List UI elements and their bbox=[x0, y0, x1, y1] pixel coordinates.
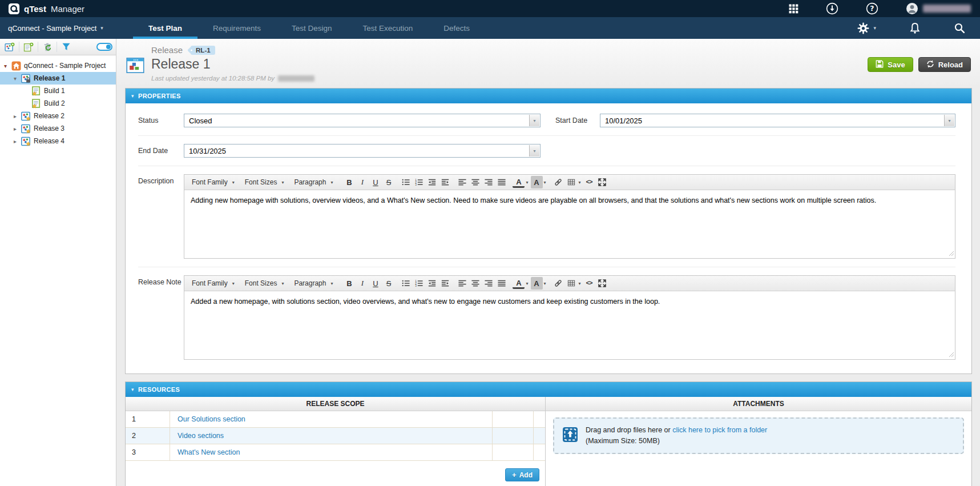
tab-test-execution[interactable]: Test Execution bbox=[348, 17, 429, 39]
chevron-down-icon[interactable]: ▾ bbox=[543, 180, 547, 185]
table-button[interactable] bbox=[566, 176, 578, 188]
outdent-button[interactable] bbox=[426, 277, 438, 290]
chevron-down-icon[interactable]: ▾ bbox=[578, 180, 582, 185]
underline-button[interactable]: U bbox=[369, 176, 381, 188]
align-center-button[interactable] bbox=[469, 176, 481, 188]
user-chip[interactable] bbox=[906, 2, 971, 15]
caret-down-icon[interactable]: ▾ bbox=[2, 63, 9, 69]
chevron-down-icon[interactable]: ▾ bbox=[525, 281, 529, 286]
scope-item-link[interactable]: What's New section bbox=[178, 448, 240, 456]
help-icon[interactable]: ? bbox=[866, 2, 878, 15]
add-button[interactable]: + Add bbox=[505, 468, 539, 481]
download-icon[interactable] bbox=[826, 2, 838, 15]
bold-button[interactable]: B bbox=[343, 176, 355, 188]
properties-section-bar[interactable]: ▾ PROPERTIES bbox=[126, 89, 971, 103]
filter-icon[interactable] bbox=[59, 40, 74, 54]
align-right-button[interactable] bbox=[482, 176, 494, 188]
user-avatar[interactable] bbox=[906, 2, 918, 15]
apps-grid-icon[interactable] bbox=[789, 4, 798, 14]
font-family-dropdown[interactable]: Font Family▾ bbox=[188, 176, 240, 188]
tree-item-release-2[interactable]: ▸Release 2 bbox=[0, 110, 116, 122]
link-button[interactable] bbox=[552, 277, 564, 290]
background-color-button[interactable]: A bbox=[531, 176, 543, 188]
font-sizes-dropdown[interactable]: Font Sizes▾ bbox=[241, 277, 289, 290]
project-selector[interactable]: qConnect - Sample Project ▾ bbox=[8, 17, 103, 39]
caret-right-icon[interactable]: ▸ bbox=[12, 126, 18, 132]
source-code-button[interactable]: <> bbox=[583, 277, 595, 290]
tab-requirements[interactable]: Requirements bbox=[197, 17, 276, 39]
chevron-down-icon[interactable]: ▾ bbox=[525, 180, 529, 185]
tree-item-build-2[interactable]: Build 2 bbox=[0, 97, 116, 110]
description-editor-content[interactable]: Adding new homepage with solutions, over… bbox=[184, 190, 955, 258]
bold-button[interactable]: B bbox=[343, 277, 355, 290]
notifications-bell-icon[interactable] bbox=[909, 22, 921, 34]
font-family-dropdown[interactable]: Font Family▾ bbox=[188, 277, 240, 290]
outdent-button[interactable] bbox=[426, 176, 438, 188]
numbered-list-button[interactable]: 123 bbox=[413, 277, 425, 290]
source-code-button[interactable]: <> bbox=[583, 176, 595, 188]
dropdown-arrow-icon[interactable]: ▾ bbox=[944, 115, 954, 126]
settings-menu[interactable]: ▾ bbox=[857, 22, 876, 34]
new-build-icon[interactable] bbox=[21, 40, 36, 54]
chevron-down-icon[interactable]: ▾ bbox=[578, 281, 582, 286]
dropdown-arrow-icon[interactable]: ▾ bbox=[529, 145, 539, 156]
text-color-button[interactable]: A bbox=[513, 178, 525, 188]
tab-test-plan[interactable]: Test Plan bbox=[133, 17, 197, 39]
strikethrough-button[interactable]: S bbox=[382, 277, 394, 290]
bullet-list-button[interactable] bbox=[400, 277, 412, 290]
bullet-list-button[interactable] bbox=[400, 176, 412, 188]
strikethrough-button[interactable]: S bbox=[382, 176, 394, 188]
end-date-field[interactable]: 10/31/2025 ▾ bbox=[184, 144, 541, 158]
caret-down-icon[interactable]: ▾ bbox=[12, 75, 18, 82]
release-note-editor-content[interactable]: Added a new homepage, with solutions sec… bbox=[184, 291, 955, 359]
collapse-caret-icon[interactable]: ▾ bbox=[131, 387, 134, 392]
fullscreen-button[interactable] bbox=[596, 176, 608, 188]
table-button[interactable] bbox=[566, 277, 578, 290]
collapse-caret-icon[interactable]: ▾ bbox=[131, 93, 134, 99]
background-color-button[interactable]: A bbox=[531, 277, 543, 290]
tree-item-qconnect-sample-project[interactable]: ▾qConnect - Sample Project bbox=[0, 59, 116, 72]
scope-item-link[interactable]: Video sections bbox=[178, 432, 224, 440]
text-color-button[interactable]: A bbox=[513, 279, 525, 289]
fullscreen-button[interactable] bbox=[596, 277, 608, 290]
tree-item-release-3[interactable]: ▸Release 3 bbox=[0, 122, 116, 135]
indent-button[interactable] bbox=[439, 277, 451, 290]
align-center-button[interactable] bbox=[469, 277, 481, 290]
paragraph-dropdown[interactable]: Paragraph▾ bbox=[290, 176, 338, 188]
save-button[interactable]: Save bbox=[868, 57, 913, 72]
align-left-button[interactable] bbox=[456, 176, 468, 188]
caret-right-icon[interactable]: ▸ bbox=[12, 138, 18, 144]
gear-icon[interactable] bbox=[857, 22, 869, 34]
reload-button[interactable]: Reload bbox=[918, 57, 971, 72]
align-left-button[interactable] bbox=[456, 277, 468, 290]
indent-button[interactable] bbox=[439, 176, 451, 188]
start-date-field[interactable]: 10/01/2025 ▾ bbox=[600, 114, 955, 127]
align-right-button[interactable] bbox=[482, 277, 494, 290]
tab-test-design[interactable]: Test Design bbox=[276, 17, 348, 39]
link-button[interactable] bbox=[552, 176, 564, 188]
attachments-dropzone[interactable]: Drag and drop files here or click here t… bbox=[553, 417, 964, 454]
numbered-list-button[interactable]: 123 bbox=[413, 176, 425, 188]
recycle-bin-icon[interactable] bbox=[40, 40, 55, 54]
pick-from-folder-link[interactable]: click here to pick from a folder bbox=[672, 426, 767, 434]
scope-item-link[interactable]: Our Solutions section bbox=[178, 415, 245, 423]
dropdown-arrow-icon[interactable]: ▾ bbox=[529, 115, 539, 126]
caret-right-icon[interactable]: ▸ bbox=[12, 113, 18, 119]
font-sizes-dropdown[interactable]: Font Sizes▾ bbox=[241, 176, 289, 188]
tree-item-release-4[interactable]: ▸Release 4 bbox=[0, 135, 116, 147]
justify-button[interactable] bbox=[495, 277, 507, 290]
status-select[interactable]: Closed ▾ bbox=[184, 114, 541, 127]
tree-item-build-1[interactable]: Build 1 bbox=[0, 85, 116, 97]
new-release-icon[interactable] bbox=[2, 40, 17, 54]
underline-button[interactable]: U bbox=[369, 277, 381, 290]
tree-item-release-1[interactable]: ▾Release 1 bbox=[0, 72, 116, 85]
chevron-down-icon[interactable]: ▾ bbox=[543, 281, 547, 286]
justify-button[interactable] bbox=[495, 176, 507, 188]
view-toggle[interactable] bbox=[96, 43, 112, 51]
search-icon[interactable] bbox=[954, 22, 965, 34]
tab-defects[interactable]: Defects bbox=[428, 17, 485, 39]
resources-section-bar[interactable]: ▾ RESOURCES bbox=[126, 382, 971, 397]
italic-button[interactable]: I bbox=[356, 277, 368, 290]
italic-button[interactable]: I bbox=[356, 176, 368, 188]
paragraph-dropdown[interactable]: Paragraph▾ bbox=[290, 277, 338, 290]
